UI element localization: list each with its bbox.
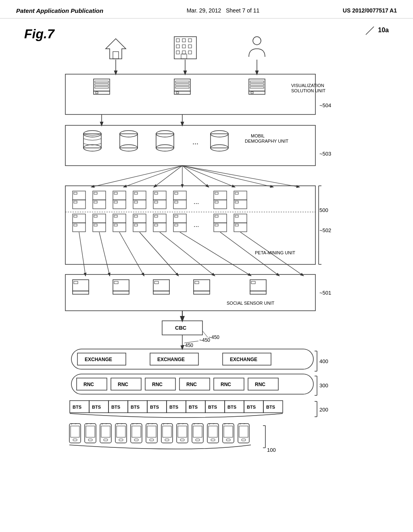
ref-502: ~502 (319, 227, 331, 233)
ref-500: 500 (319, 207, 328, 213)
svg-rect-64 (94, 201, 97, 203)
svg-rect-86 (235, 192, 238, 194)
svg-rect-10 (182, 51, 186, 54)
svg-rect-183 (180, 439, 184, 441)
svg-rect-135 (73, 291, 89, 294)
ref-501: ~501 (319, 290, 331, 296)
svg-rect-66 (114, 192, 117, 194)
svg-rect-7 (182, 45, 186, 48)
svg-rect-58 (74, 192, 77, 194)
svg-rect-21 (94, 91, 110, 94)
svg-line-55 (182, 166, 273, 187)
cbc-label: CBC (175, 325, 187, 331)
svg-rect-195 (242, 439, 246, 441)
svg-rect-74 (154, 192, 158, 194)
bts-label-5: BTS (150, 405, 159, 409)
svg-rect-140 (154, 281, 159, 284)
svg-rect-163 (85, 424, 96, 443)
svg-line-125 (79, 232, 86, 276)
svg-rect-188 (209, 426, 217, 437)
svg-rect-3 (176, 39, 179, 42)
svg-rect-33 (249, 91, 265, 94)
svg-rect-101 (114, 224, 117, 226)
svg-rect-78 (175, 192, 178, 194)
svg-line-130 (180, 232, 251, 276)
svg-rect-177 (150, 439, 154, 441)
svg-rect-178 (161, 424, 173, 443)
fig-label: Fig.7 (24, 27, 54, 42)
ref-200: 200 (319, 407, 328, 413)
bts-label-7: BTS (189, 405, 198, 409)
svg-rect-84 (215, 201, 218, 203)
svg-rect-166 (100, 424, 111, 443)
page-header: Patent Application Publication Mar. 29, … (0, 0, 413, 19)
svg-rect-172 (131, 424, 142, 443)
sheet-info: Sheet 7 of 11 (226, 7, 259, 14)
rnc-label-4: RNC (186, 382, 197, 387)
ref-503: ~503 (319, 151, 331, 157)
svg-rect-179 (163, 426, 171, 437)
bts-label-6: BTS (169, 405, 178, 409)
svg-rect-192 (226, 439, 230, 441)
svg-rect-11 (188, 51, 192, 54)
svg-rect-162 (73, 439, 77, 441)
svg-rect-143 (195, 281, 199, 284)
svg-rect-62 (94, 192, 97, 194)
svg-rect-173 (132, 426, 141, 437)
svg-rect-121 (235, 224, 238, 226)
svg-rect-176 (147, 426, 156, 437)
exchange-label-3: EXCHANGE (230, 357, 257, 362)
svg-rect-189 (211, 439, 215, 441)
svg-rect-194 (239, 426, 248, 437)
svg-rect-119 (235, 215, 238, 217)
bts-label-3: BTS (111, 405, 120, 409)
house-icon (106, 39, 126, 59)
svg-rect-168 (104, 439, 108, 441)
svg-rect-68 (114, 201, 117, 203)
dots-row1: ... (194, 198, 199, 205)
svg-rect-181 (177, 424, 188, 443)
svg-rect-6 (176, 45, 179, 48)
svg-rect-31 (250, 84, 264, 85)
svg-rect-137 (114, 281, 118, 284)
svg-rect-26 (175, 87, 189, 88)
svg-rect-186 (196, 439, 200, 441)
svg-rect-167 (101, 426, 110, 437)
svg-rect-88 (235, 201, 238, 203)
svg-rect-103 (134, 215, 138, 217)
svg-rect-99 (114, 215, 117, 217)
svg-rect-182 (178, 426, 187, 437)
svg-rect-107 (154, 215, 158, 217)
bts-label-1: BTS (73, 405, 81, 409)
bts-label-8: BTS (208, 405, 217, 409)
svg-rect-76 (154, 201, 158, 203)
svg-rect-134 (74, 281, 78, 284)
svg-rect-170 (117, 426, 125, 437)
bts-label-10: BTS (247, 405, 256, 409)
svg-rect-115 (215, 215, 218, 217)
ref-400: 400 (319, 358, 328, 364)
svg-rect-22 (96, 92, 98, 94)
svg-rect-184 (192, 424, 203, 443)
svg-rect-111 (175, 215, 178, 217)
rnc-label-5: RNC (221, 382, 231, 387)
svg-rect-4 (182, 39, 186, 42)
svg-rect-60 (74, 201, 77, 203)
svg-rect-24 (175, 81, 189, 83)
svg-rect-95 (94, 215, 97, 217)
svg-rect-105 (134, 224, 138, 226)
system-ref-label: 10a (378, 27, 389, 34)
svg-rect-18 (95, 81, 108, 83)
svg-rect-72 (134, 201, 138, 203)
ref-504: ~504 (319, 102, 331, 108)
svg-rect-97 (94, 224, 97, 226)
svg-rect-180 (165, 439, 169, 441)
svg-rect-146 (251, 281, 255, 284)
bts-label-2: BTS (92, 405, 101, 409)
social-label: SOCIAL SENSOR UNIT (227, 301, 274, 305)
mobile-phones-row (69, 424, 249, 443)
rnc-label-3: RNC (152, 382, 163, 387)
svg-rect-5 (188, 39, 192, 42)
exchange-label-2: EXCHANGE (157, 357, 185, 362)
svg-rect-164 (86, 426, 95, 437)
